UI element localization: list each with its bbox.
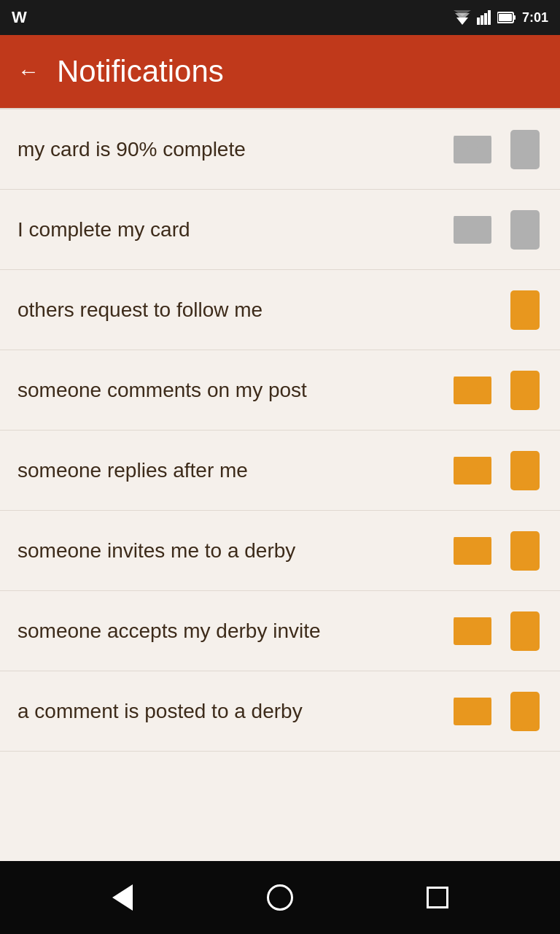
- notification-label: my card is 90% complete: [18, 138, 452, 161]
- signal-icon: [477, 10, 491, 25]
- svg-rect-9: [499, 14, 512, 21]
- svg-rect-42: [521, 647, 529, 649]
- home-nav-icon: [267, 884, 293, 911]
- back-button[interactable]: ←: [18, 59, 39, 84]
- notification-item-others-follow: others request to follow me: [0, 270, 560, 350]
- svg-rect-36: [515, 536, 535, 562]
- notification-icon-group: [452, 290, 542, 331]
- status-icons: 7:01: [454, 10, 548, 26]
- svg-rect-19: [521, 245, 529, 247]
- svg-rect-6: [488, 10, 491, 25]
- notification-label: a comment is posted to a derby: [18, 700, 452, 723]
- notification-icon-group: [452, 530, 542, 571]
- svg-rect-3: [477, 18, 480, 25]
- svg-rect-27: [521, 406, 529, 408]
- email-toggle-button[interactable]: [452, 374, 493, 406]
- notification-item-someone-accepts: someone accepts my derby invite: [0, 591, 560, 671]
- notification-icon-group: [452, 450, 542, 491]
- notification-list: my card is 90% complete I complete my ca…: [0, 109, 560, 861]
- phone-toggle-button[interactable]: [508, 290, 542, 331]
- notification-label: others request to follow me: [18, 298, 452, 322]
- back-nav-button[interactable]: [101, 876, 144, 919]
- notification-icon-group: [452, 370, 542, 411]
- svg-rect-37: [521, 566, 529, 568]
- svg-rect-22: [521, 325, 529, 328]
- notification-icon-group: [452, 691, 542, 732]
- svg-rect-13: [515, 134, 535, 161]
- email-toggle-button[interactable]: [452, 455, 493, 487]
- wifi-icon: [454, 10, 471, 25]
- svg-rect-32: [521, 486, 529, 488]
- notification-icon-group: [452, 611, 542, 652]
- email-toggle-button[interactable]: [452, 615, 493, 647]
- email-toggle-button[interactable]: [452, 134, 493, 166]
- svg-rect-26: [515, 375, 535, 401]
- notification-item-someone-comments: someone comments on my post: [0, 350, 560, 431]
- notification-label: someone comments on my post: [18, 379, 452, 402]
- page-title: Notifications: [57, 54, 224, 89]
- notification-item-someone-invites: someone invites me to a derby: [0, 511, 560, 591]
- svg-rect-47: [521, 727, 529, 729]
- phone-toggle-button[interactable]: [508, 370, 542, 411]
- phone-toggle-button[interactable]: [508, 611, 542, 652]
- notification-item-comment-derby: a comment is posted to a derby: [0, 671, 560, 752]
- app-logo: W: [12, 8, 27, 27]
- phone-toggle-button[interactable]: [508, 450, 542, 491]
- back-nav-icon: [112, 884, 133, 911]
- notification-item-complete-card: I complete my card: [0, 190, 560, 270]
- notification-icon-group: [452, 129, 542, 170]
- recents-nav-icon: [427, 887, 448, 908]
- phone-toggle-button[interactable]: [508, 209, 542, 250]
- notification-label: someone accepts my derby invite: [18, 620, 452, 643]
- bottom-nav: [0, 861, 560, 934]
- svg-rect-8: [513, 15, 516, 20]
- phone-toggle-button[interactable]: [508, 530, 542, 571]
- phone-toggle-button[interactable]: [508, 691, 542, 732]
- svg-rect-46: [515, 696, 535, 722]
- recents-nav-button[interactable]: [416, 876, 459, 919]
- email-toggle-button[interactable]: [452, 695, 493, 727]
- notification-item-card-90-complete: my card is 90% complete: [0, 109, 560, 190]
- svg-rect-5: [484, 13, 487, 25]
- svg-rect-41: [515, 616, 535, 642]
- svg-rect-14: [521, 165, 529, 167]
- status-bar: W 7:01: [0, 0, 560, 35]
- email-toggle-button[interactable]: [452, 535, 493, 567]
- notification-item-someone-replies: someone replies after me: [0, 431, 560, 511]
- svg-rect-18: [515, 215, 535, 241]
- notification-label: someone invites me to a derby: [18, 539, 452, 563]
- battery-icon: [497, 11, 516, 24]
- notification-label: someone replies after me: [18, 459, 452, 482]
- svg-rect-21: [515, 295, 535, 321]
- email-toggle-button[interactable]: [452, 214, 493, 246]
- home-nav-button[interactable]: [258, 876, 302, 919]
- time-display: 7:01: [522, 10, 548, 26]
- notification-label: I complete my card: [18, 218, 452, 242]
- svg-rect-4: [481, 15, 483, 25]
- svg-rect-31: [515, 455, 535, 482]
- app-bar: ← Notifications: [0, 35, 560, 108]
- notification-icon-group: [452, 209, 542, 250]
- phone-toggle-button[interactable]: [508, 129, 542, 170]
